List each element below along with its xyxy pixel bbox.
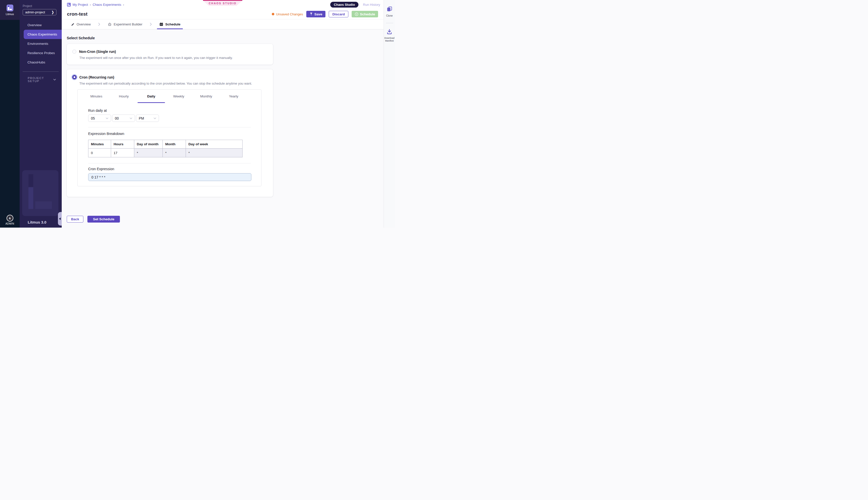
sidebar-item-resilience-probes[interactable]: Resilience Probes xyxy=(20,48,62,58)
pencil-icon xyxy=(71,23,75,26)
clone-icon[interactable] xyxy=(387,6,392,12)
sidebar-item-chaoshubs[interactable]: ChaosHubs xyxy=(20,58,62,67)
set-schedule-button[interactable]: Set Schedule xyxy=(87,216,120,223)
calendar-icon xyxy=(159,22,163,26)
panel-divider xyxy=(88,163,251,163)
litmus-watermark xyxy=(22,170,58,216)
cron-expression-label: Cron Expression xyxy=(88,167,251,171)
left-rail: Litmus A ADMIN xyxy=(0,0,20,228)
table-header-row: Minutes Hours Day of month Month Day of … xyxy=(88,140,243,149)
chevron-right-icon xyxy=(150,23,152,26)
play-circle-icon xyxy=(355,12,359,16)
project-label: Project xyxy=(23,4,62,8)
minute-select[interactable]: 00 xyxy=(112,115,135,122)
breadcrumb-chaos-experiments[interactable]: Chaos Experiments xyxy=(93,3,121,7)
non-cron-title: Non-Cron (Single run) xyxy=(79,49,116,54)
avatar[interactable]: A xyxy=(7,215,13,221)
back-button[interactable]: Back xyxy=(67,216,83,223)
litmus-logo-block: Litmus xyxy=(0,0,20,20)
save-button[interactable]: Save xyxy=(306,11,326,18)
sidebar-item-overview[interactable]: Overview xyxy=(20,20,62,30)
chevron-down-icon xyxy=(106,117,108,119)
select-schedule-heading: Select Schedule xyxy=(67,36,384,40)
cron-tabbar: Minutes Hourly Daily Weekly Monthly Year… xyxy=(78,90,261,103)
expression-breakdown-label: Expression Breakdown xyxy=(88,132,251,136)
pin-icon xyxy=(309,12,313,16)
project-select-value: admin-project xyxy=(25,10,45,14)
run-daily-at-label: Run daily at xyxy=(88,109,251,113)
non-cron-description: The experiment will run once after you c… xyxy=(79,56,268,60)
discard-button[interactable]: Discard xyxy=(329,11,348,18)
cron-card: Cron (Recurring run) The experiment will… xyxy=(67,69,273,197)
breadcrumb-separator: › xyxy=(90,3,91,7)
run-history-toggle[interactable]: Run History xyxy=(363,3,380,7)
cron-tab-monthly[interactable]: Monthly xyxy=(192,90,220,103)
builder-robot-icon xyxy=(108,22,112,26)
sidebar-item-environments[interactable]: Environments xyxy=(20,39,62,48)
topbar: CHAOS STUDIO My Project › Chaos Experime… xyxy=(62,0,384,30)
breadcrumb-my-project[interactable]: My Project xyxy=(72,3,88,7)
chevron-right-icon xyxy=(98,23,100,26)
chaos-studio-badge: CHAOS STUDIO xyxy=(203,0,242,6)
right-toolbar: Clone Download Manifest xyxy=(384,0,395,228)
meridiem-select[interactable]: PM xyxy=(136,115,159,122)
breadcrumb-logo-icon xyxy=(67,3,71,7)
admin-label: ADMIN xyxy=(5,222,14,225)
version-label: Litmus 3.0 xyxy=(28,220,46,224)
chevron-right-icon: ❯ xyxy=(52,10,54,14)
tab-experiment-builder[interactable]: Experiment Builder xyxy=(104,19,146,29)
chevron-down-icon xyxy=(130,117,132,119)
cron-panel: Minutes Hourly Daily Weekly Monthly Year… xyxy=(77,89,261,186)
collapse-arrow-icon xyxy=(59,217,61,220)
cron-title: Cron (Recurring run) xyxy=(79,75,114,79)
non-cron-card: Non-Cron (Single run) The experiment wil… xyxy=(67,44,273,65)
cron-description: The experiment will run periodically acc… xyxy=(79,82,268,86)
cron-tab-weekly[interactable]: Weekly xyxy=(165,90,192,103)
app-root: Litmus A ADMIN Project admin-project ❯ O… xyxy=(0,0,395,228)
cron-tab-daily[interactable]: Daily xyxy=(137,90,165,103)
table-row: 0 17 * * * xyxy=(88,149,243,157)
non-cron-radio[interactable] xyxy=(72,49,76,54)
unsaved-dot-icon xyxy=(272,13,274,15)
litmus-logo-label: Litmus xyxy=(6,13,14,15)
clone-label[interactable]: Clone xyxy=(386,14,393,17)
project-setup-expander[interactable]: PROJECT SETUP xyxy=(20,77,62,82)
page-title: cron-test xyxy=(67,11,87,17)
unsaved-changes-status: Unsaved Changes xyxy=(272,12,303,16)
litmus-logo-icon xyxy=(7,4,13,11)
panel-divider xyxy=(88,127,251,127)
chevron-down-icon xyxy=(53,79,56,81)
cron-tab-yearly[interactable]: Yearly xyxy=(220,90,247,103)
hour-select[interactable]: 05 xyxy=(88,115,111,122)
breadcrumb-separator: › xyxy=(123,3,124,7)
sidebar-collapse-handle[interactable] xyxy=(58,212,62,226)
cron-radio[interactable] xyxy=(72,75,77,79)
schedule-content: Select Schedule Non-Cron (Single run) Th… xyxy=(62,30,384,228)
download-manifest-label[interactable]: Download Manifest xyxy=(384,37,394,43)
tab-overview[interactable]: Overview xyxy=(67,19,95,29)
cron-tab-hourly[interactable]: Hourly xyxy=(110,90,137,103)
sidebar-divider xyxy=(23,71,59,72)
project-select[interactable]: admin-project ❯ xyxy=(23,9,56,15)
cron-expression-input[interactable] xyxy=(88,173,251,181)
main-area: CHAOS STUDIO My Project › Chaos Experime… xyxy=(62,0,384,228)
schedule-button-disabled[interactable]: Schedule xyxy=(352,11,378,18)
cron-tab-minutes[interactable]: Minutes xyxy=(83,90,110,103)
sidebar-item-chaos-experiments[interactable]: Chaos Experiments xyxy=(24,30,62,39)
expression-breakdown-table: Minutes Hours Day of month Month Day of … xyxy=(88,140,243,157)
tab-schedule[interactable]: Schedule xyxy=(155,19,184,29)
sidebar: Project admin-project ❯ Overview Chaos E… xyxy=(20,0,62,228)
download-icon[interactable] xyxy=(387,29,392,34)
chevron-down-icon xyxy=(154,117,156,119)
chaos-studio-toggle[interactable]: Chaos Studio xyxy=(330,2,359,8)
